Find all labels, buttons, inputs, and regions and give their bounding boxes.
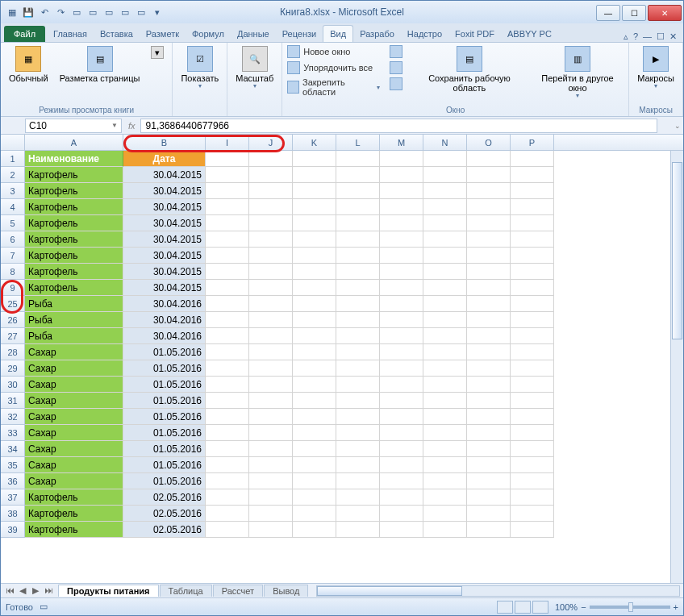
cell[interactable]	[293, 473, 336, 489]
cell[interactable]: 01.05.2016	[123, 441, 206, 457]
cell[interactable]: 01.05.2016	[123, 457, 206, 473]
show-button[interactable]: ☑ Показать	[177, 44, 222, 92]
ribbon-minimize-icon[interactable]: ▵	[624, 31, 628, 42]
cell[interactable]	[293, 360, 336, 377]
cell[interactable]	[423, 248, 467, 264]
tab-abbyy[interactable]: ABBYY PC	[501, 26, 558, 42]
cell[interactable]: Рыба	[25, 328, 123, 344]
cell[interactable]	[511, 473, 554, 489]
cell[interactable]: 02.05.2016	[123, 522, 206, 538]
cell[interactable]	[467, 264, 511, 280]
cell[interactable]: 30.04.2015	[123, 280, 206, 296]
cell[interactable]	[467, 328, 511, 344]
cell[interactable]: Картофель	[25, 280, 123, 296]
undo-icon[interactable]: ↶	[38, 6, 51, 19]
cell[interactable]	[467, 360, 511, 377]
cell[interactable]	[293, 457, 336, 473]
scrollbar-thumb[interactable]	[672, 162, 682, 339]
cell[interactable]: Картофель	[25, 506, 123, 522]
cell[interactable]	[423, 506, 467, 522]
qat-item-icon[interactable]: ▭	[86, 6, 99, 19]
zoom-level[interactable]: 100%	[555, 602, 578, 612]
cell[interactable]	[511, 409, 554, 425]
cell[interactable]	[423, 489, 467, 506]
cell[interactable]	[249, 328, 293, 344]
cell[interactable]: 30.04.2015	[123, 248, 206, 264]
cell[interactable]	[467, 151, 511, 167]
column-header[interactable]: I	[206, 135, 249, 150]
cell[interactable]	[467, 296, 511, 312]
cell[interactable]	[423, 328, 467, 344]
cell[interactable]: Сахар	[25, 360, 123, 377]
row-header[interactable]: 31	[1, 393, 25, 409]
cell[interactable]	[249, 457, 293, 473]
cell[interactable]	[206, 344, 249, 360]
cell[interactable]	[206, 215, 249, 231]
cell[interactable]	[380, 280, 423, 296]
cell[interactable]	[380, 393, 423, 409]
cell[interactable]	[336, 457, 380, 473]
tab-home[interactable]: Главная	[47, 26, 94, 42]
cell[interactable]	[249, 377, 293, 393]
cell[interactable]	[336, 344, 380, 360]
cell[interactable]	[511, 215, 554, 231]
cell[interactable]: 30.04.2016	[123, 312, 206, 328]
sheet-tab[interactable]: Таблица	[160, 585, 212, 597]
tab-developer[interactable]: Разрабо	[353, 26, 401, 42]
row-header[interactable]: 9	[1, 280, 25, 296]
cell[interactable]: Сахар	[25, 377, 123, 393]
cell[interactable]	[336, 328, 380, 344]
cell[interactable]	[206, 522, 249, 538]
cell[interactable]	[511, 280, 554, 296]
cell[interactable]	[249, 231, 293, 248]
formula-expand-icon[interactable]: ⌄	[672, 122, 683, 130]
cell[interactable]	[423, 457, 467, 473]
cell[interactable]	[423, 425, 467, 441]
cell[interactable]	[293, 344, 336, 360]
cell[interactable]: 01.05.2016	[123, 377, 206, 393]
cell[interactable]: Картофель	[25, 522, 123, 538]
cell[interactable]	[293, 199, 336, 215]
row-header[interactable]: 4	[1, 199, 25, 215]
qat-item-icon[interactable]: ▭	[102, 6, 115, 19]
cell[interactable]: Картофель	[25, 248, 123, 264]
cell[interactable]	[467, 231, 511, 248]
cell[interactable]	[423, 167, 467, 183]
cell[interactable]	[511, 377, 554, 393]
cell[interactable]	[336, 151, 380, 167]
zoom-out-icon[interactable]: −	[581, 602, 586, 612]
column-header[interactable]: B	[123, 135, 206, 150]
cell[interactable]	[380, 473, 423, 489]
cell[interactable]	[380, 360, 423, 377]
cell[interactable]	[293, 393, 336, 409]
views-more-button[interactable]: ▾	[148, 44, 167, 62]
cell[interactable]: Дата	[123, 151, 206, 167]
cell[interactable]	[206, 312, 249, 328]
column-header[interactable]: O	[467, 135, 511, 150]
row-header[interactable]: 33	[1, 425, 25, 441]
worksheet-grid[interactable]: ABIJKLMNOP 1НаименованиеДата2Картофель30…	[1, 135, 683, 583]
zoom-in-icon[interactable]: +	[674, 602, 678, 612]
close-button[interactable]: ✕	[648, 5, 682, 21]
cell[interactable]	[467, 473, 511, 489]
cell[interactable]	[206, 409, 249, 425]
cell[interactable]	[511, 489, 554, 506]
cell[interactable]: Сахар	[25, 457, 123, 473]
row-header[interactable]: 3	[1, 183, 25, 199]
cell[interactable]: Сахар	[25, 344, 123, 360]
cell[interactable]	[423, 280, 467, 296]
doc-restore-icon[interactable]: ☐	[657, 31, 665, 42]
row-header[interactable]: 28	[1, 344, 25, 360]
cell[interactable]	[511, 522, 554, 538]
split-button[interactable]	[390, 44, 402, 59]
cell[interactable]: 01.05.2016	[123, 393, 206, 409]
arrange-all-button[interactable]: Упорядочить все	[287, 60, 380, 75]
maximize-button[interactable]: ☐	[622, 5, 646, 21]
doc-close-icon[interactable]: ✕	[669, 31, 677, 42]
macros-button[interactable]: ▶ Макросы	[634, 44, 678, 92]
qat-item-icon[interactable]: ▭	[70, 6, 83, 19]
save-icon[interactable]: 💾	[22, 6, 35, 19]
cell[interactable]	[511, 344, 554, 360]
cell[interactable]	[423, 522, 467, 538]
cell[interactable]	[206, 328, 249, 344]
